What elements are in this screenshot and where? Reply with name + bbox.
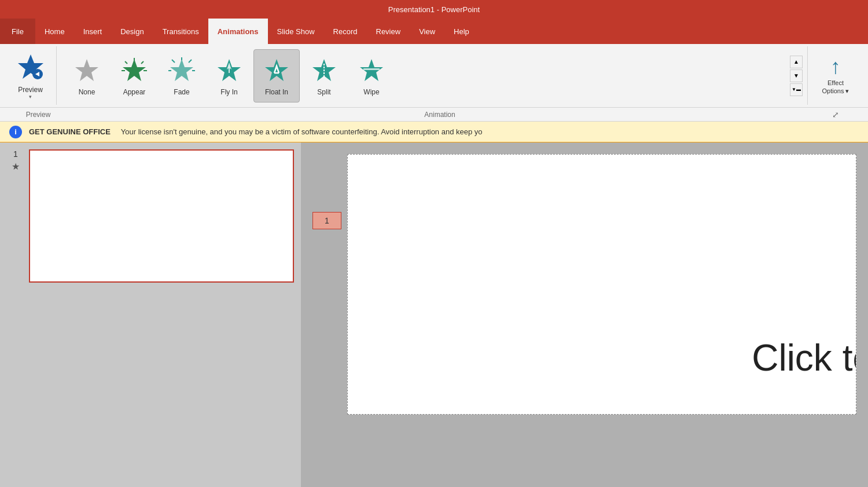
menu-item-view[interactable]: View <box>410 19 444 44</box>
svg-line-7 <box>125 61 127 64</box>
ribbon-label-preview: Preview <box>9 111 67 119</box>
title-bar: Presentation1 - PowerPoint <box>0 0 868 19</box>
ribbon: Preview ▾ None <box>0 44 868 108</box>
preview-group: Preview ▾ <box>5 46 57 105</box>
animation-group: None Appear <box>59 46 785 105</box>
preview-chevron: ▾ <box>29 94 32 100</box>
preview-star <box>16 52 46 85</box>
notification-icon: i <box>9 126 22 138</box>
menu-item-review[interactable]: Review <box>367 19 410 44</box>
ribbon-label-animation: Animation <box>67 111 812 119</box>
svg-marker-19 <box>265 59 288 81</box>
scroll-buttons: ▲ ▼ ▼▬ <box>788 46 805 105</box>
notification-bold-text: GET GENUINE OFFICE <box>29 127 111 136</box>
ribbon-labels: Preview Animation ⤢ <box>0 108 868 122</box>
anim-wipe-label: Wipe <box>363 88 379 96</box>
svg-rect-24 <box>363 68 380 70</box>
menu-item-home[interactable]: Home <box>35 19 74 44</box>
expand-icon[interactable]: ⤢ <box>832 110 839 119</box>
canvas-area[interactable]: 1 Click to <box>301 142 868 487</box>
anim-wipe[interactable]: Wipe <box>348 49 395 102</box>
anim-flyin-label: Fly In <box>220 88 237 96</box>
scroll-up-button[interactable]: ▲ <box>790 56 803 68</box>
anim-appear[interactable]: Appear <box>111 49 157 102</box>
slide-panel: 1 ★ <box>0 142 301 487</box>
preview-label: Preview <box>18 86 43 94</box>
anim-flyin[interactable]: Fly In <box>206 49 252 102</box>
menu-item-file[interactable]: File <box>0 19 35 44</box>
click-to-text: Click to <box>752 336 856 379</box>
menu-item-animations[interactable]: Animations <box>208 19 268 44</box>
main-slide[interactable]: Click to <box>347 154 856 415</box>
anim-fade[interactable]: Fade <box>159 49 205 102</box>
menu-item-insert[interactable]: Insert <box>74 19 112 44</box>
anim-none-label: None <box>79 88 95 96</box>
notification-bar: i GET GENUINE OFFICE Your license isn't … <box>0 122 868 142</box>
menu-item-slideshow[interactable]: Slide Show <box>268 19 324 44</box>
anim-split[interactable]: Split <box>301 49 347 102</box>
svg-line-6 <box>141 61 144 64</box>
effect-options-group: ↑ EffectOptions ▾ <box>807 46 863 105</box>
svg-marker-10 <box>170 59 193 81</box>
slide-number: 1 <box>13 149 18 159</box>
slide-number-badge: 1 <box>312 212 341 229</box>
menu-item-design[interactable]: Design <box>111 19 153 44</box>
effect-options-label: EffectOptions ▾ <box>822 79 849 94</box>
anim-floatin-label: Float In <box>265 88 288 96</box>
svg-line-13 <box>172 60 175 63</box>
slide-anim-icon: ★ <box>12 161 20 172</box>
menu-item-record[interactable]: Record <box>324 19 367 44</box>
anim-split-label: Split <box>317 88 330 96</box>
anim-floatin[interactable]: Float In <box>253 49 300 102</box>
svg-marker-3 <box>75 59 98 81</box>
slide-thumbnail-row: 1 ★ <box>7 149 294 283</box>
effect-options-button[interactable]: ↑ EffectOptions ▾ <box>812 54 859 97</box>
preview-button[interactable]: Preview ▾ <box>9 50 53 102</box>
notification-message: Your license isn't genuine, and you may … <box>121 127 483 136</box>
slide-number-col: 1 ★ <box>7 149 24 172</box>
scroll-more-button[interactable]: ▼▬ <box>790 83 803 96</box>
svg-line-12 <box>189 60 192 63</box>
effect-options-arrow-icon: ↑ <box>830 56 841 77</box>
title-text: Presentation1 - PowerPoint <box>388 5 480 14</box>
anim-fade-label: Fade <box>174 88 189 96</box>
anim-appear-label: Appear <box>123 88 146 96</box>
scroll-down-button[interactable]: ▼ <box>790 69 803 82</box>
main-area: 1 ★ 1 Click to <box>0 142 868 487</box>
menu-item-help[interactable]: Help <box>444 19 479 44</box>
slide-thumbnail[interactable] <box>29 149 294 283</box>
anim-none[interactable]: None <box>64 49 110 102</box>
menu-bar: File Home Insert Design Transitions Anim… <box>0 19 868 44</box>
menu-item-transitions[interactable]: Transitions <box>153 19 208 44</box>
